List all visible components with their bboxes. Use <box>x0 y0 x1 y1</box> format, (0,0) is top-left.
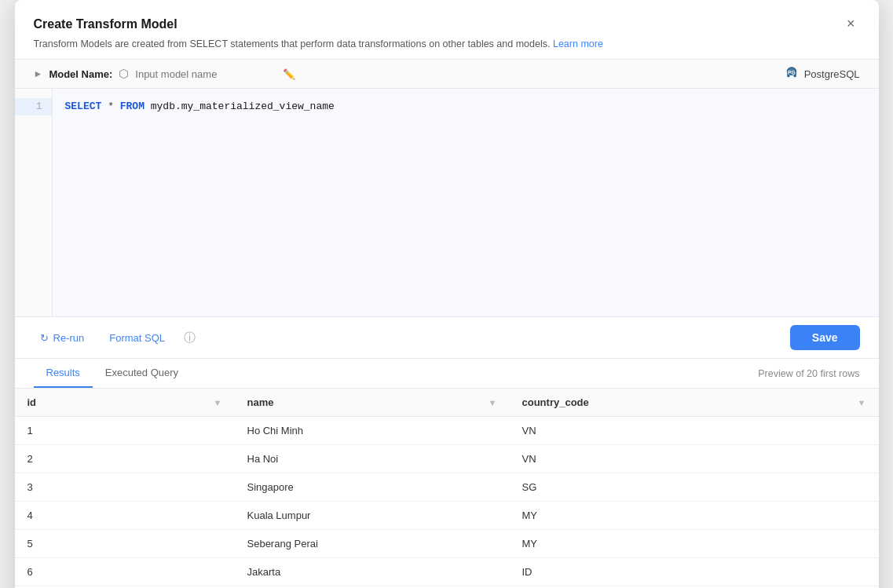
column-header-name[interactable]: name ▼ <box>235 389 510 417</box>
postgresql-icon: PG <box>784 66 800 82</box>
sql-star: * <box>108 100 120 112</box>
model-name-left: ► Model Name: ⬡ ✏️ <box>34 67 296 81</box>
tabs-row: Results Executed Query Preview of 20 fir… <box>15 359 879 389</box>
sort-icon-id: ▼ <box>214 398 222 407</box>
tabs: Results Executed Query <box>34 359 192 388</box>
cell-name: Kuala Lumpur <box>235 502 510 530</box>
line-numbers: 1 <box>15 89 53 316</box>
edit-icon[interactable]: ✏️ <box>283 68 295 80</box>
model-name-input[interactable] <box>135 68 276 80</box>
cell-country-code: VN <box>510 445 879 473</box>
modal-title: Create Transform Model <box>34 17 178 31</box>
cell-name: Seberang Perai <box>235 530 510 558</box>
cell-country-code: SG <box>510 473 879 502</box>
sql-table-name: mydb.my_materialized_view_name <box>151 100 335 112</box>
info-icon[interactable]: ⓘ <box>184 331 196 345</box>
tab-results[interactable]: Results <box>34 359 93 388</box>
table-row: 4Kuala LumpurMY <box>15 502 879 530</box>
sql-editor[interactable]: 1 SELECT * FROM mydb.my_materialized_vie… <box>15 89 879 317</box>
table-row: 6JakartaID <box>15 558 879 586</box>
table-row: 5Seberang PeraiMY <box>15 530 879 558</box>
table-body: 1Ho Chi MinhVN2Ha NoiVN3SingaporeSG4Kual… <box>15 417 879 589</box>
save-button[interactable]: Save <box>790 325 860 350</box>
rerun-label: Re-run <box>53 332 85 344</box>
table-row: 3SingaporeSG <box>15 473 879 502</box>
table-row: 2Ha NoiVN <box>15 445 879 473</box>
create-transform-modal: Create Transform Model × Transform Model… <box>15 0 879 588</box>
modal-header: Create Transform Model × <box>15 0 879 38</box>
line-number-1: 1 <box>15 98 52 115</box>
results-section: Results Executed Query Preview of 20 fir… <box>15 359 879 588</box>
cell-id: 2 <box>15 445 235 473</box>
column-header-id[interactable]: id ▼ <box>15 389 235 417</box>
toolbar: ↻ Re-run Format SQL ⓘ Save <box>15 317 879 359</box>
results-table: id ▼ name ▼ country_code <box>15 389 879 588</box>
table-header: id ▼ name ▼ country_code <box>15 389 879 417</box>
rerun-icon: ↻ <box>40 332 49 344</box>
cell-country-code: MY <box>510 530 879 558</box>
sql-keyword-from: FROM <box>120 100 145 112</box>
cell-id: 6 <box>15 558 235 586</box>
code-area[interactable]: SELECT * FROM mydb.my_materialized_view_… <box>53 89 879 316</box>
expand-arrow-icon[interactable]: ► <box>34 68 43 79</box>
cell-name: Singapore <box>235 473 510 502</box>
cell-id: 5 <box>15 530 235 558</box>
cell-country-code: MY <box>510 502 879 530</box>
learn-more-link[interactable]: Learn more <box>553 38 603 49</box>
cell-id: 4 <box>15 502 235 530</box>
format-sql-button[interactable]: Format SQL <box>103 329 171 347</box>
cube-icon: ⬡ <box>119 67 129 81</box>
db-badge: PG PostgreSQL <box>784 66 860 82</box>
cell-name: Ha Noi <box>235 445 510 473</box>
svg-text:PG: PG <box>788 70 796 75</box>
cell-country-code: VN <box>510 417 879 445</box>
cell-country-code: ID <box>510 558 879 586</box>
cell-id: 3 <box>15 473 235 502</box>
cell-id: 1 <box>15 417 235 445</box>
tab-executed-query[interactable]: Executed Query <box>93 359 191 388</box>
preview-text: Preview of 20 first rows <box>758 368 859 379</box>
cell-name: Jakarta <box>235 558 510 586</box>
model-name-row: ► Model Name: ⬡ ✏️ PG PostgreSQL <box>15 59 879 89</box>
cell-name: Ho Chi Minh <box>235 417 510 445</box>
results-table-container: id ▼ name ▼ country_code <box>15 389 879 588</box>
table-row: 1Ho Chi MinhVN <box>15 417 879 445</box>
sort-icon-name: ▼ <box>489 398 497 407</box>
sql-keyword-select: SELECT <box>65 100 102 112</box>
modal-subtitle: Transform Models are created from SELECT… <box>15 38 879 59</box>
sort-icon-country: ▼ <box>858 398 866 407</box>
rerun-button[interactable]: ↻ Re-run <box>34 329 91 347</box>
close-button[interactable]: × <box>842 14 860 34</box>
model-name-label: Model Name: <box>49 68 112 80</box>
db-label: PostgreSQL <box>804 68 860 80</box>
column-header-country-code[interactable]: country_code ▼ <box>510 389 879 417</box>
